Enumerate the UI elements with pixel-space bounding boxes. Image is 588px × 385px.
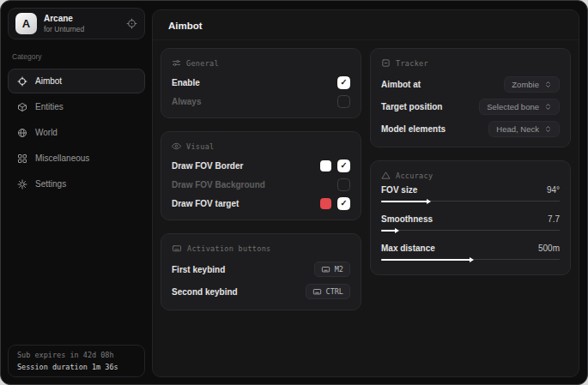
grid-icon [17,153,27,164]
model-elements-select[interactable]: Head, Neck [488,121,560,137]
fov-border-color-swatch[interactable] [320,160,331,171]
smoothness-slider[interactable] [381,227,560,234]
sidebar-item-label: Miscellaneous [35,153,89,163]
setting-label: Always [172,97,201,106]
sidebar-nav: Aimbot Entities World Miscellaneous Sett… [8,69,145,196]
tracker-section-header: Tracker [381,58,560,68]
setting-label: Smoothness [381,214,433,224]
sidebar-item-label: Settings [35,179,66,189]
target-position-select[interactable]: Selected bone [479,99,560,115]
setting-row: First keybind M2 [172,258,350,280]
fov-background-checkbox[interactable]: ✓ [337,178,350,191]
slider-fill[interactable] [381,259,470,261]
sidebar-item-miscellaneous[interactable]: Miscellaneous [8,146,145,171]
aimbot-at-select[interactable]: Zombie [504,76,560,93]
first-keybind-button[interactable]: M2 [314,262,350,277]
setting-row: Target position Selected bone [381,95,560,117]
slider-value: 94° [547,185,560,195]
chevrons-up-down-icon [544,125,552,133]
general-card: General Enable ✓ Always ✓ [161,48,361,118]
section-title: Visual [186,142,215,151]
eye-icon [172,141,181,151]
setting-label: Aimbot at [381,80,421,89]
fov-target-checkbox[interactable]: ✓ [337,197,350,210]
sub-expiry-text: Sub expires in 42d 08h [17,352,136,359]
sidebar: A Arcane for Unturned Category Aimbot En… [1,1,152,384]
select-value: Selected bone [487,102,539,111]
visual-card: Visual Draw FOV Border ✓ Draw FOV Backgr… [161,131,361,220]
always-checkbox[interactable]: ✓ [337,95,350,108]
sliders-icon [172,58,181,68]
sidebar-item-world[interactable]: World [8,120,145,145]
sidebar-item-entities[interactable]: Entities [8,94,145,119]
setting-label: Draw FOV Border [172,161,243,171]
activation-section-header: Activation buttons [172,244,350,253]
main-panel: Aimbot General Enable ✓ [152,9,579,377]
setting-row: Always ✓ [172,92,350,111]
section-title: Tracker [396,59,428,68]
session-duration-text: Session duration 1m 36s [17,364,136,371]
sidebar-item-label: World [35,128,58,137]
sidebar-item-settings[interactable]: Settings [8,171,145,196]
setting-row: Draw FOV target ✓ [172,194,350,213]
setting-label: Target position [381,102,442,111]
setting-label: Enable [172,78,200,87]
cube-icon [17,102,27,112]
sidebar-item-aimbot[interactable]: Aimbot [8,69,145,93]
sidebar-item-label: Aimbot [35,76,62,86]
setting-label: Draw FOV Background [172,180,265,189]
gear-icon [17,179,27,189]
app-window: A Arcane for Unturned Category Aimbot En… [0,0,588,385]
keybind-value: CTRL [326,287,343,296]
fov-target-color-swatch[interactable] [320,198,331,209]
select-value: Zombie [512,80,539,89]
fov-border-checkbox[interactable]: ✓ [337,159,350,172]
setting-label: First keybind [172,265,225,274]
activation-card: Activation buttons First keybind M2 Seco… [161,233,361,310]
accuracy-section-header: Accuracy [381,171,560,180]
scan-box-icon [381,58,391,68]
slider-fill[interactable] [381,230,396,232]
slider-row: FOV size 94° [381,185,560,205]
section-title: General [186,59,219,68]
fov-size-slider[interactable] [381,198,560,205]
sidebar-item-label: Entities [35,102,64,111]
setting-label: Model elements [381,124,446,134]
accuracy-card: Accuracy FOV size 94° [370,160,571,275]
tracker-card: Tracker Aimbot at Zombie Target position [370,48,571,147]
brand-subtitle: for Unturned [44,26,84,33]
crosshair-icon [17,76,27,87]
category-label: Category [12,52,141,61]
slider-value: 7.7 [548,214,560,224]
select-value: Head, Neck [496,124,539,134]
setting-label: FOV size [381,185,417,195]
keyboard-icon [312,287,322,296]
brand-card: A Arcane for Unturned [8,8,145,39]
slider-row: Smoothness 7.7 [381,214,560,234]
section-title: Activation buttons [187,244,271,253]
triangle-icon [381,171,391,180]
setting-row: Draw FOV Border ✓ [172,156,350,175]
setting-row: Model elements Head, Neck [381,117,560,140]
setting-row: Second keybind CTRL [172,280,350,303]
left-column: General Enable ✓ Always ✓ [161,48,361,310]
keybind-value: M2 [335,265,343,274]
max-distance-slider[interactable] [381,256,560,263]
chevrons-up-down-icon [544,81,552,88]
enable-checkbox[interactable]: ✓ [337,76,350,89]
setting-label: Second keybind [172,287,238,297]
chevrons-up-down-icon [544,103,552,111]
slider-fill[interactable] [381,201,427,202]
setting-label: Draw FOV target [172,199,239,208]
brand-name: Arcane [44,15,84,23]
slider-row: Max distance 500m [381,244,560,263]
setting-label: Max distance [381,244,435,253]
section-title: Accuracy [396,171,433,180]
right-column: Tracker Aimbot at Zombie Target position [370,48,571,275]
scope-icon[interactable] [126,18,137,29]
setting-row: Draw FOV Background ✓ [172,175,350,194]
globe-icon [17,128,27,138]
setting-row: Aimbot at Zombie [381,73,560,95]
slider-value: 500m [538,244,560,253]
second-keybind-button[interactable]: CTRL [306,284,350,299]
